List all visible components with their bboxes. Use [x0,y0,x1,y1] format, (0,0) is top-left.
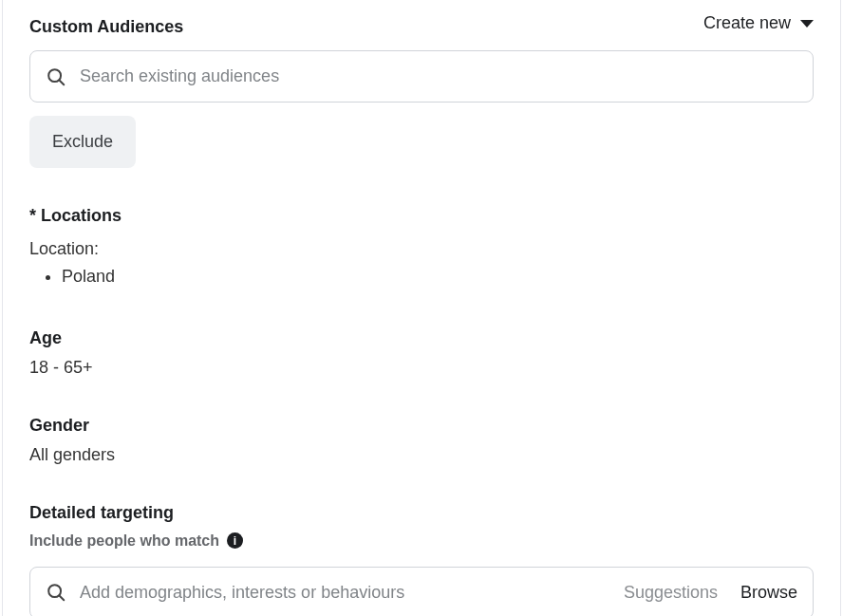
search-icon [46,66,66,87]
create-new-label: Create new [703,13,791,33]
exclude-button[interactable]: Exclude [29,116,136,168]
gender-value: All genders [29,445,814,465]
custom-audiences-search-box[interactable] [29,50,814,103]
locations-list: Poland [29,263,814,290]
custom-audiences-search-input[interactable] [80,66,797,86]
location-label: Location: [29,239,814,259]
search-icon [46,582,66,603]
list-item: Poland [62,263,814,290]
svg-line-3 [59,596,64,601]
detailed-targeting-heading: Detailed targeting [29,503,814,523]
caret-down-icon [800,20,814,28]
age-heading: Age [29,328,814,348]
create-new-dropdown[interactable]: Create new [703,8,814,33]
suggestions-link[interactable]: Suggestions [624,583,718,603]
locations-heading: * Locations [29,206,814,226]
detailed-targeting-box[interactable]: Suggestions Browse [29,567,814,616]
svg-line-1 [59,80,64,84]
include-people-label: Include people who match [29,532,219,550]
custom-audiences-heading: Custom Audiences [29,8,183,37]
gender-heading: Gender [29,416,814,436]
age-value: 18 - 65+ [29,358,814,378]
info-icon[interactable]: i [227,532,243,549]
browse-link[interactable]: Browse [740,583,797,603]
detailed-targeting-input[interactable] [80,583,610,603]
